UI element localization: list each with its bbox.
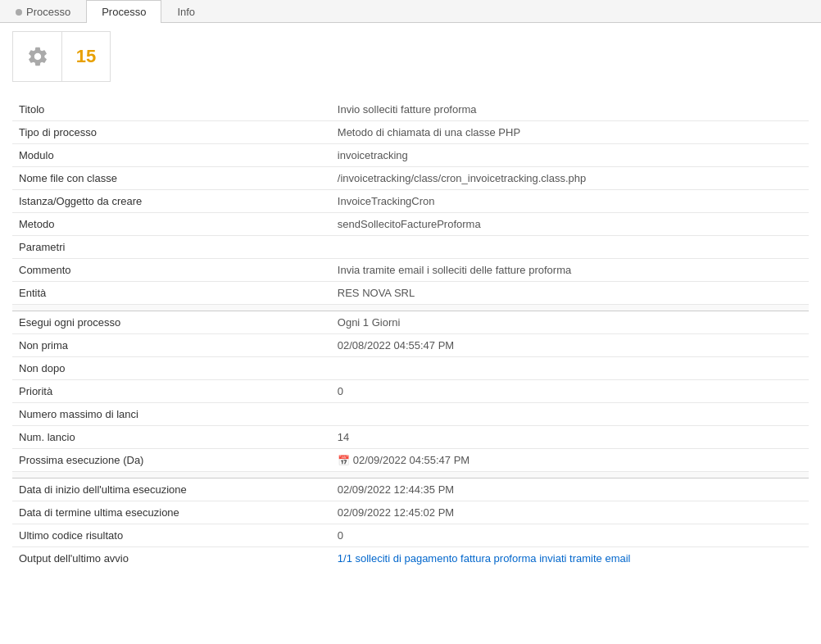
field-value: 02/08/2022 04:55:47 PM	[331, 334, 809, 357]
table-row: Tipo di processoMetodo di chiamata di un…	[12, 121, 809, 144]
field-value: Metodo di chiamata di una classe PHP	[331, 121, 809, 144]
field-label: Metodo	[12, 213, 331, 236]
field-label: Non prima	[12, 334, 331, 357]
table-row: EntitàRES NOVA SRL	[12, 282, 809, 305]
field-label: Commento	[12, 259, 331, 282]
separator-row	[12, 305, 809, 311]
table-row: Nome file con classe/invoicetracking/cla…	[12, 167, 809, 190]
process-header-box: 15	[12, 31, 111, 82]
table-row: Non dopo	[12, 357, 809, 380]
tabs-bar: Processo Processo Info	[0, 0, 821, 23]
table-row: Istanza/Oggetto da creareInvoiceTracking…	[12, 190, 809, 213]
field-label: Output dell'ultimo avvio	[12, 547, 331, 570]
field-value	[331, 403, 809, 426]
field-value: Invia tramite email i solleciti delle fa…	[331, 259, 809, 282]
field-value: 02/09/2022 12:44:35 PM	[331, 478, 809, 501]
field-value: 📅02/09/2022 04:55:47 PM	[331, 449, 809, 472]
field-value: /invoicetracking/class/cron_invoicetrack…	[331, 167, 809, 190]
process-icon-box	[13, 32, 62, 81]
field-label: Nome file con classe	[12, 167, 331, 190]
field-label: Esegui ogni processo	[12, 311, 331, 334]
table-row: Esegui ogni processoOgni 1 Giorni	[12, 311, 809, 334]
field-label: Parametri	[12, 236, 331, 259]
table-row: Prossima esecuzione (Da)📅02/09/2022 04:5…	[12, 449, 809, 472]
tab-info[interactable]: Info	[161, 0, 211, 23]
table-row: Data di termine ultima esecuzione02/09/2…	[12, 501, 809, 524]
calendar-icon: 📅	[338, 455, 350, 466]
field-label: Numero massimo di lanci	[12, 403, 331, 426]
field-label: Entità	[12, 282, 331, 305]
field-value: 0	[331, 380, 809, 403]
prossima-value: 📅02/09/2022 04:55:47 PM	[338, 454, 802, 466]
output-link[interactable]: 1/1 solleciti di pagamento fattura profo…	[338, 552, 631, 565]
field-value	[331, 357, 809, 380]
field-value	[331, 236, 809, 259]
field-label: Prossima esecuzione (Da)	[12, 449, 331, 472]
tab-processo-prev[interactable]: Processo	[0, 0, 86, 23]
field-value: 02/09/2022 12:45:02 PM	[331, 501, 809, 524]
table-row: Data di inizio dell'ultima esecuzione02/…	[12, 478, 809, 501]
field-label: Data di termine ultima esecuzione	[12, 501, 331, 524]
field-value: 0	[331, 524, 809, 547]
main-content: 15 TitoloInvio solleciti fatture proform…	[0, 23, 821, 578]
field-label: Ultimo codice risultato	[12, 524, 331, 547]
detail-table: TitoloInvio solleciti fatture proformaTi…	[12, 98, 809, 569]
separator-row	[12, 472, 809, 478]
tab-dot-icon	[16, 9, 22, 16]
table-row: MetodosendSollecitoFactureProforma	[12, 213, 809, 236]
field-label: Istanza/Oggetto da creare	[12, 190, 331, 213]
prossima-date: 02/09/2022 04:55:47 PM	[353, 454, 469, 466]
table-row: TitoloInvio solleciti fatture proforma	[12, 98, 809, 121]
table-row: Ultimo codice risultato0	[12, 524, 809, 547]
field-value: InvoiceTrackingCron	[331, 190, 809, 213]
field-label: Tipo di processo	[12, 121, 331, 144]
table-row: Moduloinvoicetracking	[12, 144, 809, 167]
process-number: 15	[62, 38, 110, 75]
field-label: Non dopo	[12, 357, 331, 380]
table-row: Numero massimo di lanci	[12, 403, 809, 426]
table-row: Num. lancio14	[12, 426, 809, 449]
gear-icon	[26, 45, 49, 68]
field-label: Priorità	[12, 380, 331, 403]
table-row: Parametri	[12, 236, 809, 259]
table-row: Priorità0	[12, 380, 809, 403]
tab-processo-curr[interactable]: Processo	[86, 0, 161, 23]
field-value: 1/1 solleciti di pagamento fattura profo…	[331, 547, 809, 570]
field-label: Modulo	[12, 144, 331, 167]
table-row: CommentoInvia tramite email i solleciti …	[12, 259, 809, 282]
field-label: Titolo	[12, 98, 331, 121]
field-value: sendSollecitoFactureProforma	[331, 213, 809, 236]
field-value: 14	[331, 426, 809, 449]
field-value: RES NOVA SRL	[331, 282, 809, 305]
field-label: Data di inizio dell'ultima esecuzione	[12, 478, 331, 501]
field-value: Invio solleciti fatture proforma	[331, 98, 809, 121]
table-row: Non prima02/08/2022 04:55:47 PM	[12, 334, 809, 357]
field-label: Num. lancio	[12, 426, 331, 449]
field-value: invoicetracking	[331, 144, 809, 167]
table-row: Output dell'ultimo avvio1/1 solleciti di…	[12, 547, 809, 570]
field-value: Ogni 1 Giorni	[331, 311, 809, 334]
